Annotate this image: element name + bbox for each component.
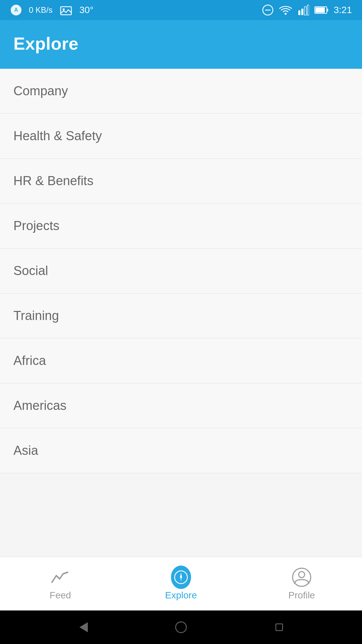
list-item-label-company: Company xyxy=(13,84,68,98)
svg-text:A: A xyxy=(14,7,18,13)
svg-point-6 xyxy=(285,13,287,15)
time: 3:21 xyxy=(334,5,352,15)
list-item-label-health-safety: Health & Safety xyxy=(13,129,102,143)
explore-list: CompanyHealth & SafetyHR & BenefitsProje… xyxy=(0,69,362,557)
recents-button[interactable] xyxy=(271,619,288,636)
svg-point-17 xyxy=(180,576,182,578)
svg-rect-22 xyxy=(276,624,283,631)
list-item-label-social: Social xyxy=(13,264,48,278)
status-bar: A 0 KB/s 30° xyxy=(0,0,362,20)
back-button[interactable] xyxy=(74,619,91,636)
explore-icon xyxy=(171,567,191,587)
svg-rect-7 xyxy=(298,10,300,15)
page-title: Explore xyxy=(13,34,349,54)
list-item-social[interactable]: Social xyxy=(0,249,362,293)
profile-icon xyxy=(292,567,312,587)
page-header: Explore xyxy=(0,20,362,69)
profile-label: Profile xyxy=(288,590,315,601)
list-item-company[interactable]: Company xyxy=(0,69,362,114)
list-item-asia[interactable]: Asia xyxy=(0,428,362,473)
svg-point-3 xyxy=(63,8,65,10)
status-left: A 0 KB/s 30° xyxy=(10,4,94,16)
network-speed: 0 KB/s xyxy=(29,5,53,15)
feed-icon xyxy=(50,567,70,587)
nav-item-feed[interactable]: Feed xyxy=(0,562,121,606)
svg-rect-8 xyxy=(301,9,303,15)
signal-icon xyxy=(298,4,309,16)
gallery-icon xyxy=(59,4,73,16)
list-item-projects[interactable]: Projects xyxy=(0,204,362,249)
svg-rect-10 xyxy=(307,5,309,15)
svg-rect-13 xyxy=(315,7,325,13)
svg-marker-20 xyxy=(79,622,88,632)
explore-label: Explore xyxy=(165,590,197,601)
list-item-americas[interactable]: Americas xyxy=(0,383,362,428)
bottom-navigation: Feed Explore Profile xyxy=(0,557,362,610)
list-item-health-safety[interactable]: Health & Safety xyxy=(0,114,362,159)
temperature: 30° xyxy=(79,5,94,15)
list-item-label-americas: Americas xyxy=(13,398,66,413)
feed-label: Feed xyxy=(50,590,71,601)
list-item-label-hr-benefits: HR & Benefits xyxy=(13,174,94,188)
wifi-icon xyxy=(279,4,293,16)
svg-rect-9 xyxy=(304,7,306,15)
list-item-training[interactable]: Training xyxy=(0,293,362,338)
svg-rect-12 xyxy=(327,9,328,11)
app-icon: A xyxy=(10,4,22,16)
svg-point-21 xyxy=(176,622,186,633)
list-item-label-training: Training xyxy=(13,309,59,323)
nav-item-profile[interactable]: Profile xyxy=(241,562,362,606)
list-item-label-africa: Africa xyxy=(13,354,46,368)
dnd-icon xyxy=(262,4,274,16)
list-item-label-projects: Projects xyxy=(13,219,59,233)
nav-item-explore[interactable]: Explore xyxy=(121,562,241,606)
status-right: 3:21 xyxy=(262,4,352,16)
list-item-africa[interactable]: Africa xyxy=(0,338,362,383)
list-item-label-asia: Asia xyxy=(13,443,38,458)
home-button[interactable] xyxy=(173,619,189,636)
svg-point-19 xyxy=(299,572,305,578)
battery-icon xyxy=(314,4,329,16)
android-nav-bar xyxy=(0,610,362,644)
list-item-hr-benefits[interactable]: HR & Benefits xyxy=(0,159,362,204)
